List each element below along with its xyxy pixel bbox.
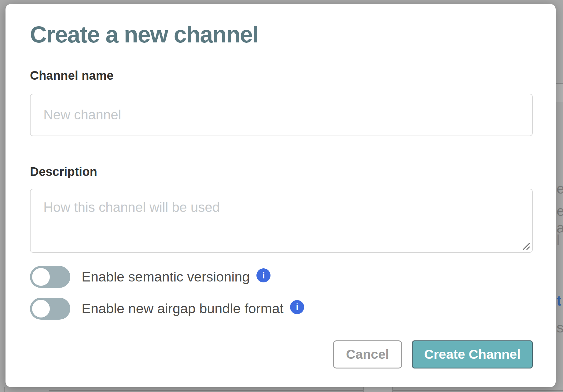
description-textarea[interactable] [30,189,533,253]
dialog-title: Create a new channel [30,22,533,47]
toggle-knob [32,300,50,318]
channel-name-input[interactable] [30,94,533,136]
background-text-fragment: l [557,233,560,247]
background-divider [49,390,563,391]
create-channel-dialog: Create a new channel Channel name Descri… [6,4,556,387]
create-channel-button[interactable]: Create Channel [412,340,533,368]
info-icon[interactable]: i [256,268,270,282]
semantic-versioning-label: Enable semantic versioning [82,270,250,284]
airgap-bundle-label: Enable new airgap bundle format [82,302,283,315]
background-text-fragment: e [557,204,563,218]
background-band [556,84,563,102]
airgap-bundle-toggle[interactable] [30,298,70,320]
dialog-footer: Cancel Create Channel [30,340,533,368]
toggle-knob [32,268,50,286]
background-text-fragment: s [557,321,563,335]
cancel-button[interactable]: Cancel [333,340,402,368]
background-link-fragment: t [557,294,561,308]
background-table-cell [363,387,393,392]
description-field-wrap [30,189,533,253]
semantic-versioning-row: Enable semantic versioning i [30,266,533,288]
background-text-fragment: e [557,182,563,196]
semantic-versioning-toggle[interactable] [30,266,70,288]
info-icon[interactable]: i [290,300,304,314]
description-label: Description [30,165,533,178]
airgap-bundle-row: Enable new airgap bundle format i [30,298,533,320]
channel-name-label: Channel name [30,69,533,82]
background-divider [4,387,5,392]
